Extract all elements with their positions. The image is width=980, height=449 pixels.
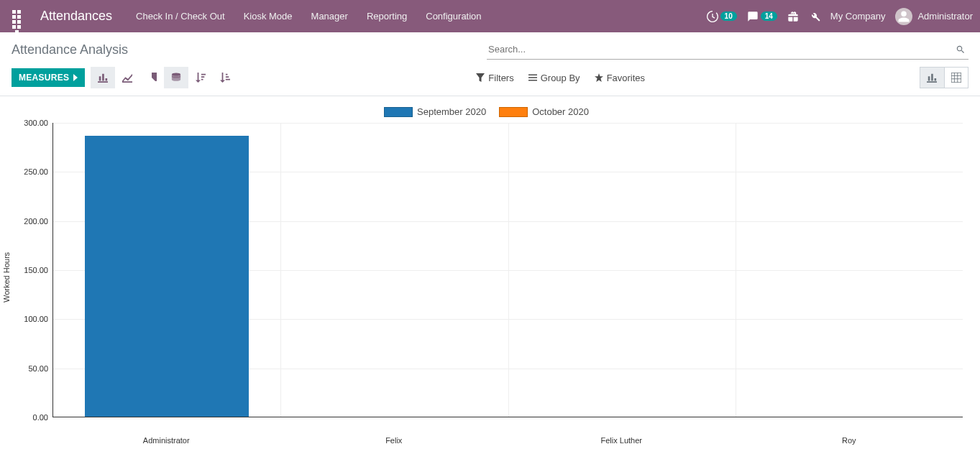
timer-count: 10 [720, 11, 737, 21]
tools-icon[interactable] [809, 11, 820, 22]
bar[interactable] [85, 136, 249, 417]
graph-view-button[interactable] [920, 67, 944, 88]
star-icon [595, 73, 603, 82]
y-tick: 250.00 [24, 167, 48, 176]
control-panel: Attendance Analysis MEASURES [0, 32, 980, 96]
x-tick: Felix [280, 432, 508, 445]
chat-icon [747, 11, 759, 22]
legend-item-sept[interactable]: September 2020 [384, 106, 486, 117]
timer-badge[interactable]: 10 [707, 11, 737, 22]
nav-configuration[interactable]: Configuration [416, 0, 490, 32]
pivot-view-button[interactable] [944, 67, 968, 88]
stacked-button[interactable] [164, 67, 188, 88]
avatar [895, 8, 912, 25]
y-tick: 50.00 [28, 364, 48, 373]
navbar: Attendances Check In / Check Out Kiosk M… [0, 0, 980, 32]
x-axis-label: Employee [0, 445, 973, 449]
funnel-icon [476, 73, 485, 82]
list-icon [528, 73, 537, 82]
caret-right-icon [73, 74, 78, 81]
apps-icon[interactable] [7, 7, 26, 26]
filters-dropdown[interactable]: Filters [476, 73, 513, 83]
chart-type-buttons [91, 67, 237, 88]
measures-label: MEASURES [19, 73, 69, 83]
sort-desc-button[interactable] [188, 67, 213, 88]
user-menu[interactable]: Administrator [895, 8, 973, 25]
search-icon[interactable] [953, 45, 968, 55]
legend: September 2020 October 2020 [0, 103, 973, 123]
y-axis: 0.0050.00100.00150.00200.00250.00300.00 [13, 123, 52, 417]
measures-button[interactable]: MEASURES [12, 68, 85, 87]
nav-manager[interactable]: Manager [302, 0, 357, 32]
nav-checkin[interactable]: Check In / Check Out [127, 0, 234, 32]
favorites-dropdown[interactable]: Favorites [595, 73, 645, 83]
svg-point-0 [172, 73, 180, 75]
nav-menu: Check In / Check Out Kiosk Mode Manager … [127, 0, 491, 32]
x-tick: Roy [736, 432, 963, 445]
clock-icon [707, 11, 718, 22]
search-options: Filters Group By Favorites [476, 73, 681, 83]
y-tick: 300.00 [24, 119, 48, 127]
y-tick: 100.00 [24, 315, 48, 323]
app-brand[interactable]: Attendances [40, 9, 112, 24]
gift-icon[interactable] [787, 11, 799, 22]
legend-swatch [384, 107, 413, 117]
user-name: Administrator [917, 11, 973, 22]
company-name[interactable]: My Company [830, 11, 886, 22]
chart: September 2020 October 2020 Worked Hours… [0, 96, 980, 449]
legend-swatch [499, 107, 528, 117]
y-tick: 200.00 [24, 217, 48, 226]
plot-area [52, 123, 963, 417]
nav-right: 10 14 My Company Administrator [707, 8, 973, 25]
x-tick: Felix Luther [508, 432, 736, 445]
bar-chart-button[interactable] [91, 67, 115, 88]
line-chart-button[interactable] [115, 67, 139, 88]
discuss-badge[interactable]: 14 [747, 11, 777, 22]
legend-item-oct[interactable]: October 2020 [499, 106, 589, 117]
page-title: Attendance Analysis [12, 42, 128, 57]
discuss-count: 14 [761, 11, 777, 21]
x-axis: AdministratorFelixFelix LutherRoy [52, 432, 963, 445]
groupby-dropdown[interactable]: Group By [528, 73, 580, 83]
nav-reporting[interactable]: Reporting [357, 0, 416, 32]
y-tick: 150.00 [24, 266, 48, 274]
y-axis-label: Worked Hours [2, 252, 11, 302]
x-tick: Administrator [52, 432, 280, 445]
search-box[interactable] [487, 40, 968, 60]
y-tick: 0.00 [33, 413, 48, 422]
search-input[interactable] [487, 41, 953, 57]
nav-kiosk[interactable]: Kiosk Mode [234, 0, 302, 32]
sort-asc-button[interactable] [213, 67, 237, 88]
pie-chart-button[interactable] [139, 67, 164, 88]
view-switcher [920, 67, 968, 88]
